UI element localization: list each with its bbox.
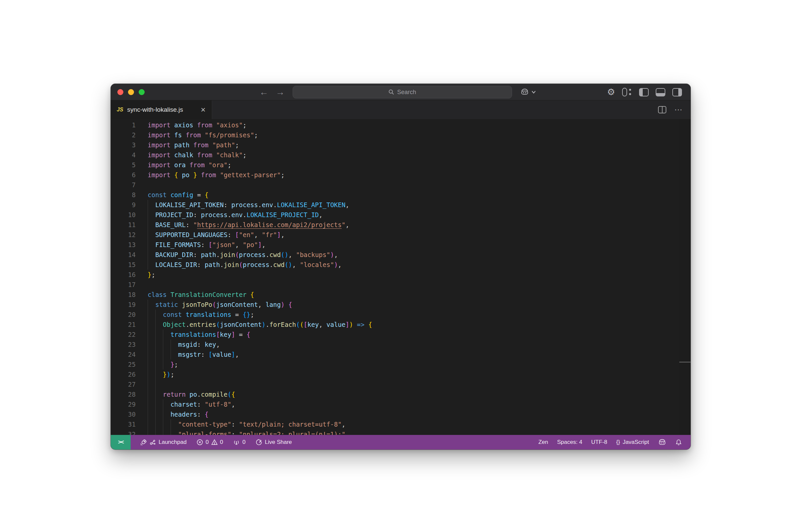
indent-guide [155,429,163,435]
code-line[interactable]: 26}); [111,369,690,379]
code-line[interactable]: 27 [111,379,690,390]
code-line[interactable]: 18class TranslationConverter { [111,290,690,300]
code-line[interactable]: 15LOCALES_DIR: path.join(process.cwd(), … [111,260,690,270]
code-text: Object.entries(jsonContent).forEach(([ke… [148,320,372,329]
gutter-gap [136,170,148,180]
titlebar-actions: ⚙ [607,84,682,100]
more-actions-icon[interactable]: ⋯ [674,105,683,114]
gutter-gap [136,130,148,140]
back-icon[interactable]: ← [259,87,268,97]
line-number: 21 [111,320,136,329]
code-line[interactable]: 3import path from "path"; [111,140,690,150]
code-line[interactable]: 32"plural-forms": "nplurals=2; plural=(n… [111,429,690,435]
search-icon [388,89,394,95]
code-line[interactable]: 25}; [111,359,690,369]
code-line[interactable]: 4import chalk from "chalk"; [111,150,690,160]
remote-indicator[interactable]: >< [111,435,131,450]
indent-guide [148,230,155,240]
code-text: import path from "path"; [148,140,239,150]
code-line[interactable]: 12SUPPORTED_LANGUAGES: ["en", "fr"], [111,230,690,240]
code-line[interactable]: 14BACKUP_DIR: path.join(process.cwd(), "… [111,250,690,260]
code-line[interactable]: 30headers: { [111,409,690,419]
code-editor[interactable]: 1import axios from "axios";2import fs fr… [111,119,690,435]
launchpad-item[interactable]: Launchpad [140,439,187,446]
code-line[interactable]: 24msgstr: [value], [111,349,690,359]
code-line[interactable]: 2import fs from "fs/promises"; [111,130,690,140]
line-number: 30 [111,409,136,419]
code-line[interactable]: 16}; [111,270,690,280]
code-line[interactable]: 17 [111,280,690,290]
indent-guide [163,340,171,349]
line-number: 27 [111,379,136,390]
code-line[interactable]: 31"content-type": "text/plain; charset=u… [111,419,690,429]
code-line[interactable]: 21Object.entries(jsonContent).forEach(([… [111,320,690,329]
search-input[interactable]: Search [292,86,512,98]
scrollbar-thumb[interactable] [679,362,690,362]
copilot-status-icon[interactable] [658,439,666,446]
code-line[interactable]: 5import ora from "ora"; [111,160,690,170]
indent-guide [148,349,155,359]
code-line[interactable]: 22translations[key] = { [111,329,690,340]
line-number: 31 [111,419,136,429]
scrollbar-track[interactable] [679,119,690,435]
indentation-item[interactable]: Spaces: 4 [557,439,582,445]
minimize-window-button[interactable] [128,89,134,95]
gutter-gap [136,250,148,260]
code-line[interactable]: 11BASE_URL: "https://api.lokalise.com/ap… [111,220,690,230]
code-line[interactable]: 28return po.compile({ [111,390,690,399]
code-line[interactable]: 7 [111,180,690,190]
gutter-gap [136,359,148,369]
zoom-window-button[interactable] [139,89,145,95]
history-nav: ← → [259,84,285,100]
indent-guide [148,329,155,340]
window-controls [117,89,145,95]
code-text: }; [148,270,155,280]
ports-item[interactable]: 0 [233,439,245,445]
code-line[interactable]: 23msgid: key, [111,340,690,349]
toggle-secondary-sidebar-icon[interactable] [672,88,682,96]
live-share-item[interactable]: Live Share [256,439,292,445]
indent-guide [148,220,155,230]
line-number: 32 [111,429,136,435]
customize-layout-icon[interactable] [622,88,632,97]
indent-guide [148,390,155,399]
code-line[interactable]: 9LOKALISE_API_TOKEN: process.env.LOKALIS… [111,200,690,210]
line-number: 10 [111,210,136,220]
tab-sync-with-lokalise[interactable]: JS sync-with-lokalise.js ✕ [111,100,212,119]
code-text: msgstr: [value], [148,349,239,359]
settings-gear-icon[interactable]: ⚙ [607,88,615,97]
gutter-gap [136,300,148,309]
split-editor-icon[interactable] [658,106,666,113]
gutter-gap [136,120,148,130]
indent-guide [163,399,171,409]
problems-item[interactable]: 0 0 [196,439,223,445]
code-text: static jsonToPo(jsonContent, lang) { [148,300,292,309]
encoding-item[interactable]: UTF-8 [591,439,607,445]
forward-icon[interactable]: → [276,87,285,97]
indent-guide [148,250,155,260]
broadcast-icon [233,439,240,445]
code-text: import axios from "axios"; [148,120,246,130]
code-line[interactable]: 8const config = { [111,190,690,200]
toggle-panel-icon[interactable] [656,88,665,96]
gutter-gap [136,180,148,190]
code-line[interactable]: 19static jsonToPo(jsonContent, lang) { [111,300,690,309]
launchpad-label: Launchpad [158,439,187,445]
copilot-menu-button[interactable] [520,84,536,100]
toggle-primary-sidebar-icon[interactable] [639,88,649,96]
code-line[interactable]: 6import { po } from "gettext-parser"; [111,170,690,180]
code-text: const translations = {}; [148,309,254,320]
code-text: BACKUP_DIR: path.join(process.cwd(), "ba… [148,250,338,260]
tab-bar: JS sync-with-lokalise.js ✕ ⋯ [111,100,690,119]
notifications-bell-icon[interactable] [675,439,682,446]
gutter-gap [136,309,148,320]
code-line[interactable]: 20const translations = {}; [111,309,690,320]
zen-mode-item[interactable]: Zen [538,439,548,445]
tab-close-icon[interactable]: ✕ [201,106,206,114]
language-mode-item[interactable]: {} JavaScript [616,439,649,445]
code-line[interactable]: 1import axios from "axios"; [111,120,690,130]
code-line[interactable]: 13FILE_FORMATS: ["json", "po"], [111,240,690,250]
close-window-button[interactable] [117,89,124,95]
code-line[interactable]: 29charset: "utf-8", [111,399,690,409]
code-line[interactable]: 10PROJECT_ID: process.env.LOKALISE_PROJE… [111,210,690,220]
